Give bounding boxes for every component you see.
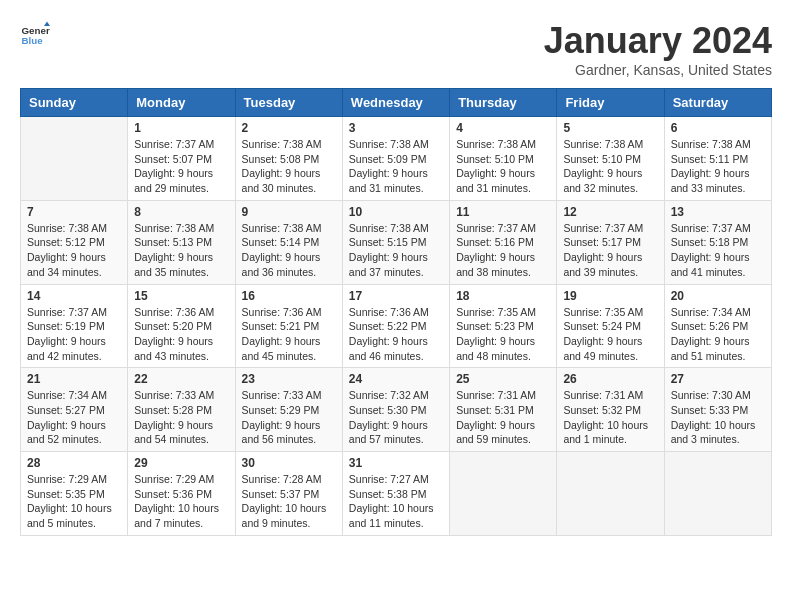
calendar-cell: 28Sunrise: 7:29 AMSunset: 5:35 PMDayligh… — [21, 452, 128, 536]
day-info: Sunrise: 7:32 AMSunset: 5:30 PMDaylight:… — [349, 388, 443, 447]
day-info: Sunrise: 7:36 AMSunset: 5:22 PMDaylight:… — [349, 305, 443, 364]
calendar-cell: 3Sunrise: 7:38 AMSunset: 5:09 PMDaylight… — [342, 117, 449, 201]
calendar-cell: 19Sunrise: 7:35 AMSunset: 5:24 PMDayligh… — [557, 284, 664, 368]
day-number: 26 — [563, 372, 657, 386]
calendar-cell: 4Sunrise: 7:38 AMSunset: 5:10 PMDaylight… — [450, 117, 557, 201]
calendar-cell — [557, 452, 664, 536]
day-number: 18 — [456, 289, 550, 303]
calendar-cell: 8Sunrise: 7:38 AMSunset: 5:13 PMDaylight… — [128, 200, 235, 284]
day-info: Sunrise: 7:29 AMSunset: 5:36 PMDaylight:… — [134, 472, 228, 531]
calendar-cell: 11Sunrise: 7:37 AMSunset: 5:16 PMDayligh… — [450, 200, 557, 284]
calendar-cell: 1Sunrise: 7:37 AMSunset: 5:07 PMDaylight… — [128, 117, 235, 201]
day-of-week-header: Thursday — [450, 89, 557, 117]
day-number: 22 — [134, 372, 228, 386]
day-info: Sunrise: 7:38 AMSunset: 5:10 PMDaylight:… — [563, 137, 657, 196]
calendar-cell: 6Sunrise: 7:38 AMSunset: 5:11 PMDaylight… — [664, 117, 771, 201]
svg-marker-2 — [44, 22, 50, 27]
day-number: 11 — [456, 205, 550, 219]
day-number: 31 — [349, 456, 443, 470]
day-info: Sunrise: 7:38 AMSunset: 5:15 PMDaylight:… — [349, 221, 443, 280]
calendar-cell: 21Sunrise: 7:34 AMSunset: 5:27 PMDayligh… — [21, 368, 128, 452]
calendar-cell: 9Sunrise: 7:38 AMSunset: 5:14 PMDaylight… — [235, 200, 342, 284]
day-info: Sunrise: 7:37 AMSunset: 5:07 PMDaylight:… — [134, 137, 228, 196]
day-number: 24 — [349, 372, 443, 386]
day-number: 5 — [563, 121, 657, 135]
calendar-cell — [21, 117, 128, 201]
day-info: Sunrise: 7:37 AMSunset: 5:19 PMDaylight:… — [27, 305, 121, 364]
calendar-cell: 27Sunrise: 7:30 AMSunset: 5:33 PMDayligh… — [664, 368, 771, 452]
day-info: Sunrise: 7:38 AMSunset: 5:10 PMDaylight:… — [456, 137, 550, 196]
day-info: Sunrise: 7:33 AMSunset: 5:28 PMDaylight:… — [134, 388, 228, 447]
day-number: 14 — [27, 289, 121, 303]
day-info: Sunrise: 7:31 AMSunset: 5:31 PMDaylight:… — [456, 388, 550, 447]
day-info: Sunrise: 7:36 AMSunset: 5:20 PMDaylight:… — [134, 305, 228, 364]
calendar-cell — [450, 452, 557, 536]
day-info: Sunrise: 7:38 AMSunset: 5:09 PMDaylight:… — [349, 137, 443, 196]
day-number: 8 — [134, 205, 228, 219]
day-number: 21 — [27, 372, 121, 386]
day-info: Sunrise: 7:30 AMSunset: 5:33 PMDaylight:… — [671, 388, 765, 447]
calendar-header-row: SundayMondayTuesdayWednesdayThursdayFrid… — [21, 89, 772, 117]
calendar-subtitle: Gardner, Kansas, United States — [544, 62, 772, 78]
day-number: 12 — [563, 205, 657, 219]
day-info: Sunrise: 7:37 AMSunset: 5:16 PMDaylight:… — [456, 221, 550, 280]
calendar-table: SundayMondayTuesdayWednesdayThursdayFrid… — [20, 88, 772, 536]
day-number: 1 — [134, 121, 228, 135]
day-number: 10 — [349, 205, 443, 219]
day-info: Sunrise: 7:31 AMSunset: 5:32 PMDaylight:… — [563, 388, 657, 447]
day-number: 25 — [456, 372, 550, 386]
calendar-cell: 10Sunrise: 7:38 AMSunset: 5:15 PMDayligh… — [342, 200, 449, 284]
day-of-week-header: Saturday — [664, 89, 771, 117]
day-number: 29 — [134, 456, 228, 470]
day-info: Sunrise: 7:34 AMSunset: 5:27 PMDaylight:… — [27, 388, 121, 447]
day-of-week-header: Wednesday — [342, 89, 449, 117]
title-section: January 2024 Gardner, Kansas, United Sta… — [544, 20, 772, 78]
day-of-week-header: Tuesday — [235, 89, 342, 117]
day-number: 28 — [27, 456, 121, 470]
day-info: Sunrise: 7:34 AMSunset: 5:26 PMDaylight:… — [671, 305, 765, 364]
calendar-cell: 22Sunrise: 7:33 AMSunset: 5:28 PMDayligh… — [128, 368, 235, 452]
day-of-week-header: Monday — [128, 89, 235, 117]
day-info: Sunrise: 7:37 AMSunset: 5:17 PMDaylight:… — [563, 221, 657, 280]
calendar-cell: 2Sunrise: 7:38 AMSunset: 5:08 PMDaylight… — [235, 117, 342, 201]
calendar-cell: 29Sunrise: 7:29 AMSunset: 5:36 PMDayligh… — [128, 452, 235, 536]
calendar-cell: 12Sunrise: 7:37 AMSunset: 5:17 PMDayligh… — [557, 200, 664, 284]
day-number: 9 — [242, 205, 336, 219]
header: General Blue January 2024 Gardner, Kansa… — [20, 20, 772, 78]
calendar-cell: 13Sunrise: 7:37 AMSunset: 5:18 PMDayligh… — [664, 200, 771, 284]
day-number: 13 — [671, 205, 765, 219]
day-number: 16 — [242, 289, 336, 303]
day-info: Sunrise: 7:38 AMSunset: 5:08 PMDaylight:… — [242, 137, 336, 196]
day-info: Sunrise: 7:29 AMSunset: 5:35 PMDaylight:… — [27, 472, 121, 531]
calendar-cell: 25Sunrise: 7:31 AMSunset: 5:31 PMDayligh… — [450, 368, 557, 452]
calendar-cell: 26Sunrise: 7:31 AMSunset: 5:32 PMDayligh… — [557, 368, 664, 452]
day-number: 6 — [671, 121, 765, 135]
calendar-cell: 23Sunrise: 7:33 AMSunset: 5:29 PMDayligh… — [235, 368, 342, 452]
logo: General Blue — [20, 20, 50, 50]
logo-icon: General Blue — [20, 20, 50, 50]
svg-text:Blue: Blue — [22, 35, 44, 46]
day-number: 19 — [563, 289, 657, 303]
day-info: Sunrise: 7:28 AMSunset: 5:37 PMDaylight:… — [242, 472, 336, 531]
calendar-cell: 24Sunrise: 7:32 AMSunset: 5:30 PMDayligh… — [342, 368, 449, 452]
calendar-cell — [664, 452, 771, 536]
calendar-cell: 16Sunrise: 7:36 AMSunset: 5:21 PMDayligh… — [235, 284, 342, 368]
day-info: Sunrise: 7:38 AMSunset: 5:13 PMDaylight:… — [134, 221, 228, 280]
day-info: Sunrise: 7:35 AMSunset: 5:23 PMDaylight:… — [456, 305, 550, 364]
day-of-week-header: Sunday — [21, 89, 128, 117]
day-number: 20 — [671, 289, 765, 303]
day-number: 4 — [456, 121, 550, 135]
day-of-week-header: Friday — [557, 89, 664, 117]
day-number: 15 — [134, 289, 228, 303]
calendar-cell: 20Sunrise: 7:34 AMSunset: 5:26 PMDayligh… — [664, 284, 771, 368]
day-number: 3 — [349, 121, 443, 135]
day-number: 23 — [242, 372, 336, 386]
day-info: Sunrise: 7:38 AMSunset: 5:11 PMDaylight:… — [671, 137, 765, 196]
day-info: Sunrise: 7:27 AMSunset: 5:38 PMDaylight:… — [349, 472, 443, 531]
calendar-title: January 2024 — [544, 20, 772, 62]
day-info: Sunrise: 7:35 AMSunset: 5:24 PMDaylight:… — [563, 305, 657, 364]
day-number: 7 — [27, 205, 121, 219]
day-number: 2 — [242, 121, 336, 135]
calendar-cell: 30Sunrise: 7:28 AMSunset: 5:37 PMDayligh… — [235, 452, 342, 536]
svg-text:General: General — [22, 25, 51, 36]
